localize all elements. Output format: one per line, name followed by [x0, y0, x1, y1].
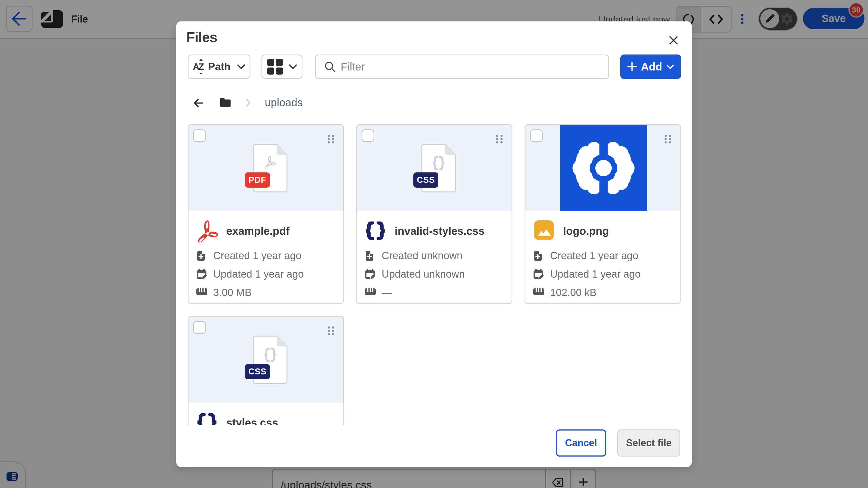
svg-text:Z: Z [198, 62, 204, 72]
